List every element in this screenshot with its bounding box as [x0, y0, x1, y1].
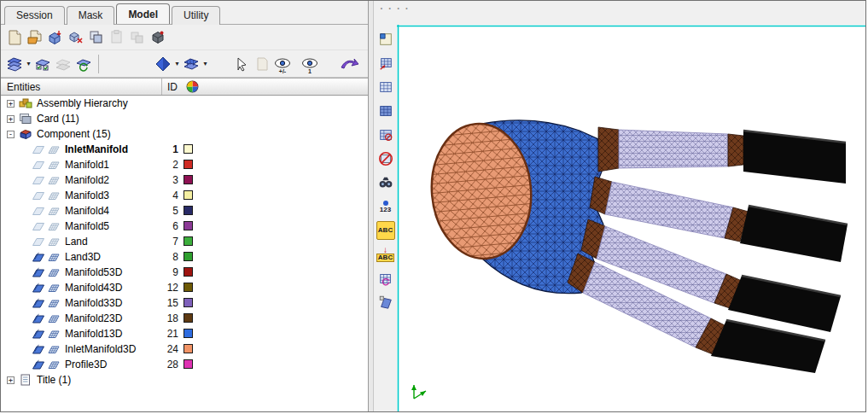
branch-1-outlet: [743, 131, 846, 184]
manifold-model[interactable]: [426, 120, 848, 373]
tree-item-manifold53d[interactable]: Manifold53D9: [1, 265, 368, 280]
open-model-icon[interactable]: [25, 27, 45, 48]
tree-item-component-15[interactable]: -Component (15): [1, 126, 368, 142]
isolate-label: 1: [300, 68, 319, 74]
tree-item-label: Manifold3: [65, 190, 109, 201]
tree-item-label: Manifold4: [65, 205, 109, 217]
solid-geometry-icon: [32, 297, 45, 309]
tab-session[interactable]: Session: [4, 6, 65, 25]
color-wheel-icon[interactable]: [186, 80, 199, 93]
expand-icon[interactable]: +: [7, 376, 15, 384]
entity-numbers-icon[interactable]: 123: [376, 197, 395, 216]
tree-item-label: Manifold13D: [65, 328, 122, 340]
tree-item-assembly-hierarchy[interactable]: +Assembly Hierarchy: [1, 96, 368, 111]
validate-model-icon[interactable]: [66, 27, 86, 48]
component-color-swatch[interactable]: [184, 344, 193, 353]
entity-selection-icon[interactable]: [32, 54, 53, 74]
mesh-arrow-icon[interactable]: [376, 54, 395, 73]
component-color-swatch[interactable]: [184, 221, 193, 230]
component-color-swatch[interactable]: [184, 313, 193, 323]
component-color-swatch[interactable]: [184, 206, 193, 215]
dropdown-caret-icon[interactable]: ▾: [25, 60, 32, 67]
toolbar-separator: [98, 55, 99, 73]
entities-header: Entities ID: [1, 78, 368, 96]
entities-tree: +Assembly Hierarchy+Card (11)-Component …: [1, 96, 368, 411]
tree-item-manifold2[interactable]: Manifold23: [1, 172, 368, 188]
show-hide-eye-icon[interactable]: +/-: [272, 54, 293, 74]
expand-icon[interactable]: +: [7, 100, 15, 108]
display-none-icon[interactable]: [53, 54, 73, 74]
reverse-flip-arrow-icon[interactable]: [339, 54, 359, 74]
tree-item-manifold1[interactable]: Manifold12: [1, 157, 368, 172]
mesh-icon: [47, 297, 61, 309]
tree-item-card-11[interactable]: +Card (11): [1, 111, 368, 126]
mesh-check-icon[interactable]: [376, 125, 395, 144]
dropdown-caret-icon[interactable]: ▾: [201, 60, 209, 67]
isolate-eye-icon[interactable]: 1: [300, 54, 320, 74]
tree-item-manifold4[interactable]: Manifold45: [1, 203, 368, 219]
tree-item-title-1[interactable]: +Title (1): [1, 372, 368, 388]
tree-item-inletmanifold[interactable]: InletManifold1: [1, 142, 368, 157]
no-display-icon[interactable]: [376, 149, 395, 168]
tree-item-manifold5[interactable]: Manifold56: [1, 219, 368, 234]
component-color-swatch[interactable]: [184, 359, 193, 369]
panel-splitter[interactable]: [368, 1, 374, 411]
tab-model[interactable]: Model: [116, 3, 170, 24]
component-color-swatch[interactable]: [184, 160, 193, 169]
3d-viewport[interactable]: [397, 25, 866, 412]
component-color-swatch[interactable]: [184, 298, 193, 307]
duplicate-entities-icon[interactable]: [127, 27, 148, 48]
numbers-label: 123: [380, 207, 391, 213]
mesh-shaded-icon[interactable]: [376, 102, 395, 120]
collapse-icon[interactable]: -: [7, 131, 15, 138]
tree-item-manifold23d[interactable]: Manifold23D18: [1, 311, 368, 326]
tree-item-label: Manifold23D: [65, 312, 122, 324]
paste-entities-icon[interactable]: [107, 27, 127, 48]
component-color-swatch[interactable]: [184, 252, 193, 261]
binoculars-find-icon[interactable]: [376, 173, 395, 192]
tree-item-manifold3[interactable]: Manifold34: [1, 188, 368, 203]
import-solver-deck-icon[interactable]: [45, 27, 66, 48]
toolbar-drag-handle-icon[interactable]: ····: [378, 2, 411, 15]
mesh-swap-icon[interactable]: [376, 269, 395, 288]
tree-item-profile3d[interactable]: Profile3D28: [1, 357, 368, 372]
component-color-swatch[interactable]: [184, 144, 193, 154]
component-color-swatch[interactable]: [184, 190, 193, 200]
tab-bar: Session Mask Model Utility: [1, 1, 368, 25]
mesh-icon: [47, 205, 61, 217]
tree-item-inletmanifold3d[interactable]: InletManifold3D24: [1, 341, 368, 357]
shaded-geometry-icon[interactable]: [153, 54, 173, 74]
tree-item-manifold33d[interactable]: Manifold33D15: [1, 295, 368, 311]
entity-labels-icon[interactable]: ABC: [376, 221, 395, 240]
show-hide-label: +/-: [273, 68, 292, 74]
component-color-swatch[interactable]: [184, 175, 193, 184]
tree-item-manifold43d[interactable]: Manifold43D12: [1, 280, 368, 295]
tree-item-land3d[interactable]: Land3D8: [1, 249, 368, 265]
labels-arrow-icon[interactable]: ↓ ABC: [376, 245, 395, 264]
display-reverse-icon[interactable]: [73, 54, 94, 74]
component-color-swatch[interactable]: [184, 267, 193, 277]
geometry-display-style-icon[interactable]: [4, 54, 25, 74]
component-color-swatch[interactable]: [184, 329, 193, 338]
section-plane-icon[interactable]: [376, 293, 395, 312]
component-color-swatch[interactable]: [184, 236, 193, 246]
mesh-lines-icon[interactable]: [376, 78, 395, 96]
shaded-elements-icon[interactable]: [181, 54, 201, 74]
new-session-icon[interactable]: [4, 27, 25, 48]
mesh-icon: [47, 143, 61, 155]
copy-entities-icon[interactable]: [86, 27, 107, 48]
tree-item-manifold13d[interactable]: Manifold13D21: [1, 326, 368, 341]
blank-page-icon[interactable]: [252, 54, 272, 74]
dropdown-caret-icon[interactable]: ▾: [173, 60, 181, 67]
organize-entities-icon[interactable]: [148, 27, 168, 48]
tree-item-land[interactable]: Land7: [1, 234, 368, 249]
tab-utility[interactable]: Utility: [172, 6, 220, 25]
expand-icon[interactable]: +: [7, 115, 15, 123]
tree-item-label: Manifold2: [65, 174, 109, 186]
component-color-swatch[interactable]: [184, 283, 193, 292]
component-id: 1: [160, 143, 178, 155]
board-display-icon[interactable]: [376, 30, 395, 49]
selector-arrow-icon[interactable]: [231, 54, 252, 74]
tab-mask[interactable]: Mask: [67, 6, 115, 25]
model-browser-panel: Session Mask Model Utility: [1, 1, 368, 411]
